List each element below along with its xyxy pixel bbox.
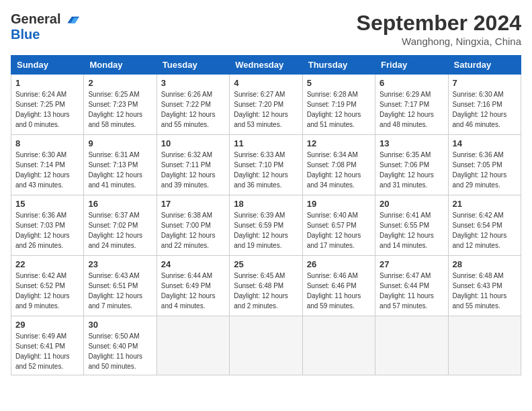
day-info: Sunrise: 6:43 AM Sunset: 6:51 PM Dayligh… bbox=[88, 271, 152, 311]
calendar-cell: 24 Sunrise: 6:44 AM Sunset: 6:49 PM Dayl… bbox=[157, 256, 229, 316]
title-block: September 2024 Wanghong, Ningxia, China bbox=[357, 11, 521, 47]
month-title: September 2024 bbox=[357, 11, 521, 36]
day-info: Sunrise: 6:48 AM Sunset: 6:43 PM Dayligh… bbox=[453, 271, 517, 311]
day-number: 6 bbox=[380, 78, 443, 88]
calendar-cell: 25 Sunrise: 6:45 AM Sunset: 6:48 PM Dayl… bbox=[230, 256, 302, 316]
calendar-cell: 22 Sunrise: 6:42 AM Sunset: 6:52 PM Dayl… bbox=[11, 256, 84, 316]
calendar-cell: 5 Sunrise: 6:28 AM Sunset: 7:19 PM Dayli… bbox=[302, 75, 375, 135]
day-info: Sunrise: 6:50 AM Sunset: 6:40 PM Dayligh… bbox=[88, 331, 152, 371]
day-number: 15 bbox=[15, 199, 79, 209]
day-info: Sunrise: 6:36 AM Sunset: 7:05 PM Dayligh… bbox=[453, 150, 517, 190]
calendar-cell: 18 Sunrise: 6:39 AM Sunset: 6:59 PM Dayl… bbox=[230, 195, 302, 256]
day-number: 12 bbox=[307, 138, 371, 148]
calendar-cell: 21 Sunrise: 6:42 AM Sunset: 6:54 PM Dayl… bbox=[448, 195, 521, 256]
week-row-5: 29 Sunrise: 6:49 AM Sunset: 6:41 PM Dayl… bbox=[11, 316, 521, 375]
day-info: Sunrise: 6:33 AM Sunset: 7:10 PM Dayligh… bbox=[234, 150, 298, 190]
day-number: 18 bbox=[234, 199, 298, 209]
day-number: 11 bbox=[234, 138, 298, 148]
day-info: Sunrise: 6:49 AM Sunset: 6:41 PM Dayligh… bbox=[15, 331, 79, 371]
calendar-cell: 4 Sunrise: 6:27 AM Sunset: 7:20 PM Dayli… bbox=[230, 75, 302, 135]
calendar-cell: 10 Sunrise: 6:32 AM Sunset: 7:11 PM Dayl… bbox=[157, 135, 229, 195]
day-number: 3 bbox=[161, 78, 225, 88]
day-number: 23 bbox=[88, 259, 152, 269]
day-info: Sunrise: 6:41 AM Sunset: 6:55 PM Dayligh… bbox=[380, 210, 443, 250]
day-info: Sunrise: 6:42 AM Sunset: 6:52 PM Dayligh… bbox=[15, 271, 79, 311]
day-info: Sunrise: 6:25 AM Sunset: 7:23 PM Dayligh… bbox=[88, 89, 152, 130]
day-info: Sunrise: 6:35 AM Sunset: 7:06 PM Dayligh… bbox=[380, 150, 443, 190]
calendar-cell: 7 Sunrise: 6:30 AM Sunset: 7:16 PM Dayli… bbox=[448, 75, 521, 135]
calendar-cell: 12 Sunrise: 6:34 AM Sunset: 7:08 PM Dayl… bbox=[302, 135, 375, 195]
day-number: 26 bbox=[307, 259, 371, 269]
day-number: 29 bbox=[15, 320, 79, 330]
col-friday: Friday bbox=[375, 56, 448, 75]
day-number: 17 bbox=[161, 199, 225, 209]
calendar-cell bbox=[230, 316, 302, 375]
calendar-cell: 3 Sunrise: 6:26 AM Sunset: 7:22 PM Dayli… bbox=[157, 75, 229, 135]
logo-icon bbox=[63, 11, 79, 27]
col-sunday: Sunday bbox=[11, 56, 84, 75]
day-info: Sunrise: 6:45 AM Sunset: 6:48 PM Dayligh… bbox=[234, 271, 298, 311]
header-row: Sunday Monday Tuesday Wednesday Thursday… bbox=[11, 56, 521, 75]
calendar-cell: 23 Sunrise: 6:43 AM Sunset: 6:51 PM Dayl… bbox=[84, 256, 157, 316]
calendar-table: Sunday Monday Tuesday Wednesday Thursday… bbox=[11, 55, 521, 375]
col-saturday: Saturday bbox=[448, 56, 521, 75]
day-number: 9 bbox=[88, 138, 152, 148]
calendar-cell bbox=[375, 316, 448, 375]
calendar-cell: 17 Sunrise: 6:38 AM Sunset: 7:00 PM Dayl… bbox=[157, 195, 229, 256]
logo-blue-text: Blue bbox=[11, 27, 40, 42]
calendar-cell: 20 Sunrise: 6:41 AM Sunset: 6:55 PM Dayl… bbox=[375, 195, 448, 256]
calendar-cell bbox=[157, 316, 229, 375]
location: Wanghong, Ningxia, China bbox=[357, 36, 521, 47]
day-number: 4 bbox=[234, 78, 298, 88]
day-info: Sunrise: 6:30 AM Sunset: 7:14 PM Dayligh… bbox=[15, 150, 79, 190]
calendar-cell: 14 Sunrise: 6:36 AM Sunset: 7:05 PM Dayl… bbox=[448, 135, 521, 195]
day-info: Sunrise: 6:28 AM Sunset: 7:19 PM Dayligh… bbox=[307, 89, 371, 130]
day-info: Sunrise: 6:32 AM Sunset: 7:11 PM Dayligh… bbox=[161, 150, 225, 190]
day-info: Sunrise: 6:34 AM Sunset: 7:08 PM Dayligh… bbox=[307, 150, 371, 190]
day-info: Sunrise: 6:42 AM Sunset: 6:54 PM Dayligh… bbox=[453, 210, 517, 250]
day-number: 14 bbox=[453, 138, 517, 148]
calendar-cell: 29 Sunrise: 6:49 AM Sunset: 6:41 PM Dayl… bbox=[11, 316, 84, 375]
day-info: Sunrise: 6:47 AM Sunset: 6:44 PM Dayligh… bbox=[380, 271, 443, 311]
calendar-cell: 11 Sunrise: 6:33 AM Sunset: 7:10 PM Dayl… bbox=[230, 135, 302, 195]
day-number: 20 bbox=[380, 199, 443, 209]
day-number: 16 bbox=[88, 199, 152, 209]
day-info: Sunrise: 6:36 AM Sunset: 7:03 PM Dayligh… bbox=[15, 210, 79, 250]
calendar-cell: 8 Sunrise: 6:30 AM Sunset: 7:14 PM Dayli… bbox=[11, 135, 84, 195]
calendar-cell: 6 Sunrise: 6:29 AM Sunset: 7:17 PM Dayli… bbox=[375, 75, 448, 135]
day-number: 19 bbox=[307, 199, 371, 209]
day-number: 13 bbox=[380, 138, 443, 148]
calendar-cell bbox=[302, 316, 375, 375]
day-info: Sunrise: 6:39 AM Sunset: 6:59 PM Dayligh… bbox=[234, 210, 298, 250]
col-tuesday: Tuesday bbox=[157, 56, 229, 75]
day-info: Sunrise: 6:29 AM Sunset: 7:17 PM Dayligh… bbox=[380, 89, 443, 130]
calendar-cell: 26 Sunrise: 6:46 AM Sunset: 6:46 PM Dayl… bbox=[302, 256, 375, 316]
day-number: 5 bbox=[307, 78, 371, 88]
col-monday: Monday bbox=[84, 56, 157, 75]
day-number: 1 bbox=[15, 78, 79, 88]
calendar-cell: 9 Sunrise: 6:31 AM Sunset: 7:13 PM Dayli… bbox=[84, 135, 157, 195]
day-number: 7 bbox=[453, 78, 517, 88]
week-row-2: 8 Sunrise: 6:30 AM Sunset: 7:14 PM Dayli… bbox=[11, 135, 521, 195]
calendar-cell: 27 Sunrise: 6:47 AM Sunset: 6:44 PM Dayl… bbox=[375, 256, 448, 316]
logo-general-text: General bbox=[11, 11, 60, 27]
calendar-cell bbox=[448, 316, 521, 375]
logo: General Blue bbox=[11, 11, 79, 42]
calendar-cell: 15 Sunrise: 6:36 AM Sunset: 7:03 PM Dayl… bbox=[11, 195, 84, 256]
day-number: 22 bbox=[15, 259, 79, 269]
day-info: Sunrise: 6:27 AM Sunset: 7:20 PM Dayligh… bbox=[234, 89, 298, 130]
calendar-cell: 16 Sunrise: 6:37 AM Sunset: 7:02 PM Dayl… bbox=[84, 195, 157, 256]
day-number: 8 bbox=[15, 138, 79, 148]
day-number: 2 bbox=[88, 78, 152, 88]
calendar-cell: 2 Sunrise: 6:25 AM Sunset: 7:23 PM Dayli… bbox=[84, 75, 157, 135]
week-row-3: 15 Sunrise: 6:36 AM Sunset: 7:03 PM Dayl… bbox=[11, 195, 521, 256]
day-info: Sunrise: 6:26 AM Sunset: 7:22 PM Dayligh… bbox=[161, 89, 225, 130]
calendar-cell: 1 Sunrise: 6:24 AM Sunset: 7:25 PM Dayli… bbox=[11, 75, 84, 135]
day-info: Sunrise: 6:38 AM Sunset: 7:00 PM Dayligh… bbox=[161, 210, 225, 250]
day-number: 25 bbox=[234, 259, 298, 269]
week-row-4: 22 Sunrise: 6:42 AM Sunset: 6:52 PM Dayl… bbox=[11, 256, 521, 316]
col-thursday: Thursday bbox=[302, 56, 375, 75]
day-number: 24 bbox=[161, 259, 225, 269]
calendar-cell: 19 Sunrise: 6:40 AM Sunset: 6:57 PM Dayl… bbox=[302, 195, 375, 256]
page-header: General Blue September 2024 Wanghong, Ni… bbox=[11, 11, 521, 47]
